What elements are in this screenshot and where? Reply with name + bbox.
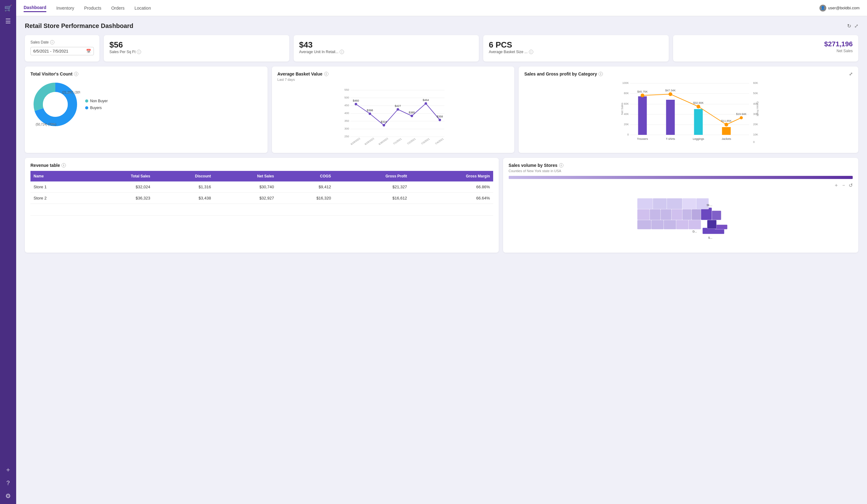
row2-gross-profit: $16,612 <box>334 193 410 204</box>
svg-text:400: 400 <box>344 111 349 115</box>
svg-point-24 <box>397 108 399 111</box>
ny-map-svg: St.... D... S... <box>509 191 853 246</box>
sidebar-add-icon[interactable]: ＋ <box>5 465 11 474</box>
svg-text:$45.75K: $45.75K <box>638 90 648 93</box>
row2-total-sales: $36,323 <box>83 193 153 204</box>
legend-buyer: Buyers <box>85 106 108 110</box>
bar-trousers <box>638 96 647 135</box>
tab-location[interactable]: Location <box>135 4 151 12</box>
svg-rect-88 <box>651 220 663 229</box>
table-header-row: Name Total Sales Discount Net Sales COGS… <box>31 171 493 181</box>
visitor-chart-card: Total Visitor's Count i (21,297) (30%) (… <box>25 66 268 153</box>
row1-cogs: $9,412 <box>277 181 334 193</box>
avg-basket-label: Average Basket Size ... i <box>489 50 663 54</box>
svg-rect-89 <box>663 220 676 229</box>
svg-text:550: 550 <box>344 88 349 92</box>
refresh-button[interactable]: ↻ <box>847 23 851 29</box>
svg-rect-77 <box>692 209 701 220</box>
info-icon: i <box>50 40 54 44</box>
col-discount: Discount <box>153 171 214 181</box>
net-sales-value: $271,196 <box>679 40 853 48</box>
avg-unit-value: $43 <box>299 40 474 50</box>
svg-text:$427: $427 <box>395 104 401 108</box>
donut-legend: Non Buyer Buyers <box>85 99 108 110</box>
map-controls: ＋ － ↺ <box>509 182 853 189</box>
tab-orders[interactable]: Orders <box>111 4 125 12</box>
map-zoom-in[interactable]: ＋ <box>834 182 839 189</box>
row1-gross-margin: 66.86% <box>410 181 493 193</box>
category-chart-title: Sales and Gross profit by Category i ⤢ <box>524 72 853 76</box>
svg-text:60K: 60K <box>624 102 629 105</box>
col-cogs: COGS <box>277 171 334 181</box>
sales-sqft-label: Sales Per Sq Ft i <box>109 50 284 54</box>
kpi-net-sales: $271,196 Net Sales <box>673 35 859 62</box>
tab-dashboard[interactable]: Dashboard <box>24 4 46 12</box>
map-zoom-out[interactable]: － <box>841 182 846 189</box>
row2-cogs: $16,320 <box>277 193 334 204</box>
sidebar-help-icon[interactable]: ？ <box>5 479 11 487</box>
sidebar-menu-icon[interactable]: ☰ <box>5 18 11 25</box>
bar-tshirts <box>666 100 675 135</box>
svg-text:300: 300 <box>344 127 349 130</box>
net-sales-label: Net Sales <box>679 49 853 53</box>
sales-sqft-value: $56 <box>109 40 284 50</box>
info-icon-sqft: i <box>137 50 141 54</box>
page-header: Retail Store Performance Dashboard ↻ ⤢ <box>25 22 858 30</box>
svg-text:7/4/2021: 7/4/2021 <box>435 137 444 146</box>
svg-text:$460: $460 <box>353 99 359 102</box>
map-reset[interactable]: ↺ <box>849 182 853 188</box>
svg-point-27 <box>438 119 441 121</box>
row1-discount: $1,316 <box>153 181 214 193</box>
revenue-table-title: Revenue table i <box>31 163 493 168</box>
category-chart-card: Sales and Gross profit by Category i ⤢ 1… <box>518 66 858 153</box>
tab-inventory[interactable]: Inventory <box>56 4 74 12</box>
info-icon-basket: i <box>529 50 533 54</box>
svg-text:(21,297) (30%): (21,297) (30%) <box>62 91 80 94</box>
main-area: Dashboard Inventory Products Orders Loca… <box>16 0 867 504</box>
header-actions: ↻ ⤢ <box>847 23 858 29</box>
svg-text:20K: 20K <box>753 123 758 126</box>
svg-text:350: 350 <box>344 119 349 122</box>
visitor-chart-title: Total Visitor's Count i <box>31 72 262 76</box>
row2-discount: $3,438 <box>153 193 214 204</box>
svg-text:$358: $358 <box>437 115 443 118</box>
sidebar-cart-icon[interactable]: 🛒 <box>4 4 12 12</box>
svg-point-21 <box>355 103 357 105</box>
map-card: Sales volume by Stores i Counties of New… <box>503 158 858 253</box>
bar-leggings <box>694 109 703 135</box>
map-subtitle: Counties of New York state in USA <box>509 169 853 173</box>
svg-point-26 <box>425 102 427 105</box>
svg-text:S...: S... <box>708 236 712 239</box>
avg-unit-label: Average Unit In Retail... i <box>299 50 474 54</box>
calendar-icon: 📅 <box>86 49 91 53</box>
tab-products[interactable]: Products <box>84 4 101 12</box>
info-icon-revenue: i <box>62 163 66 168</box>
expand-category-icon[interactable]: ⤢ <box>849 72 853 76</box>
svg-text:$11.85K: $11.85K <box>721 119 732 122</box>
row1-net-sales: $30,740 <box>214 181 277 193</box>
svg-text:50K: 50K <box>753 92 758 95</box>
info-icon-unit: i <box>340 50 344 54</box>
svg-text:$19.94K: $19.94K <box>736 112 747 116</box>
expand-button[interactable]: ⤢ <box>854 23 858 29</box>
category-chart-svg: 100K 80K 60K 40K 20K 0 60K 50K 40K 30K 2… <box>524 78 853 146</box>
svg-rect-73 <box>650 209 660 220</box>
date-input[interactable]: 6/5/2021 - 7/5/2021 📅 <box>31 47 94 55</box>
row1-total-sales: $32,024 <box>83 181 153 193</box>
svg-rect-90 <box>676 220 688 229</box>
svg-text:Trousers: Trousers <box>637 137 648 140</box>
svg-text:40K: 40K <box>624 112 629 116</box>
svg-text:Leggings: Leggings <box>693 137 704 140</box>
sidebar-settings-icon[interactable]: ⚙ <box>5 492 11 500</box>
info-icon-basket-chart: i <box>324 72 329 76</box>
col-gross-profit: Gross Profit <box>334 171 410 181</box>
row2-net-sales: $32,927 <box>214 193 277 204</box>
svg-text:60K: 60K <box>753 82 758 85</box>
avatar: 👤 <box>820 5 826 11</box>
svg-rect-72 <box>637 209 650 220</box>
user-info: 👤 user@boldbi.com <box>820 5 859 11</box>
svg-text:500: 500 <box>344 96 349 99</box>
svg-text:St....: St.... <box>706 204 712 207</box>
svg-text:$385: $385 <box>409 111 415 114</box>
svg-text:(50,724) (70%): (50,724) (70%) <box>36 123 56 126</box>
